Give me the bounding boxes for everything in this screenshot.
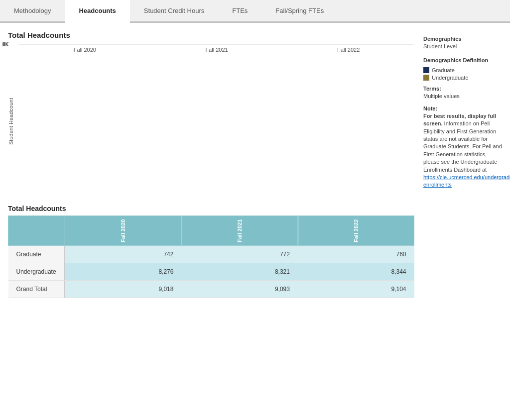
- table-cell: 9,104: [298, 281, 414, 298]
- demographics-section: Demographics Student Level: [423, 36, 504, 50]
- terms-label: Terms:: [423, 86, 441, 92]
- left-panel: Total Headcounts Student Headcount 8K7K6…: [8, 31, 414, 298]
- table-column-header: Fall 2021: [181, 216, 298, 246]
- y-axis-tick-label: 0K: [2, 42, 8, 47]
- x-axis-tick-label: Fall 2020: [19, 47, 151, 53]
- definition-label: Demographics Definition: [423, 57, 488, 63]
- legend-item-label: Undergraduate: [432, 75, 468, 81]
- note-section: Note: For best results, display full scr…: [423, 105, 504, 189]
- legend-item: Undergraduate: [423, 75, 504, 81]
- x-labels: Fall 2020Fall 2021Fall 2022: [19, 45, 414, 53]
- data-table: Fall 2020Fall 2021Fall 2022Graduate74277…: [8, 215, 414, 298]
- table-column-header: Fall 2020: [64, 216, 181, 246]
- legend-color-box: [423, 75, 429, 81]
- tab-methodology[interactable]: Methodology: [0, 0, 65, 21]
- demographics-label: Demographics: [423, 36, 461, 42]
- legend: Graduate Undergraduate: [423, 67, 504, 81]
- table-cell: 8,344: [298, 263, 414, 281]
- x-axis-tick-label: Fall 2021: [151, 47, 283, 53]
- x-axis-tick-label: Fall 2022: [282, 47, 414, 53]
- tab-student-credit-hours[interactable]: Student Credit Hours: [130, 0, 218, 21]
- chart-area: 8K7K6K5K4K3K2K1K0K: [19, 44, 414, 45]
- table-cell: 742: [64, 246, 181, 263]
- tab-ftes[interactable]: FTEs: [218, 0, 261, 21]
- table-cell: 8,321: [181, 263, 298, 281]
- legend-section: Demographics Definition Graduate Undergr…: [423, 57, 504, 81]
- y-axis-label: Student Headcount: [8, 44, 19, 199]
- table-title: Total Headcounts: [8, 205, 414, 212]
- table-header-empty: [8, 216, 65, 246]
- chart-title: Total Headcounts: [8, 31, 414, 39]
- student-level-label: Student Level: [423, 43, 504, 50]
- table-row: Graduate742772760: [8, 246, 414, 263]
- table-cell: 760: [298, 246, 414, 263]
- table-row-label: Undergraduate: [8, 263, 65, 281]
- tab-headcounts[interactable]: Headcounts: [65, 0, 129, 23]
- table-column-header: Fall 2022: [298, 216, 414, 246]
- legend-color-box: [423, 67, 429, 73]
- grid-line: [19, 44, 414, 45]
- chart-container: Student Headcount 8K7K6K5K4K3K2K1K0K Fal…: [8, 44, 414, 199]
- note-content: For best results, display full screen. I…: [423, 112, 504, 189]
- note-label: Note:: [423, 105, 437, 111]
- terms-value: Multiple values: [423, 93, 504, 100]
- table-row-label: Graduate: [8, 246, 65, 263]
- table-cell: 8,276: [64, 263, 181, 281]
- note-link[interactable]: https://cie.ucmerced.edu/undergraduate-e…: [423, 174, 510, 188]
- table-row: Grand Total9,0189,0939,104: [8, 281, 414, 298]
- right-panel: Demographics Student Level Demographics …: [414, 31, 504, 298]
- table-row-label: Grand Total: [8, 281, 65, 298]
- table-cell: 772: [181, 246, 298, 263]
- legend-item-label: Graduate: [432, 67, 455, 73]
- table-row: Undergraduate8,2768,3218,344: [8, 263, 414, 281]
- note-text: Information on Pell Eligibility and Firs…: [423, 120, 502, 172]
- tabs-bar: Methodology Headcounts Student Credit Ho…: [0, 0, 510, 23]
- tab-fall-spring-ftes[interactable]: Fall/Spring FTEs: [261, 0, 338, 21]
- table-cell: 9,093: [181, 281, 298, 298]
- terms-section: Terms: Multiple values: [423, 86, 504, 100]
- main-content: Total Headcounts Student Headcount 8K7K6…: [0, 23, 510, 306]
- table-cell: 9,018: [64, 281, 181, 298]
- table-section: Total Headcounts Fall 2020Fall 2021Fall …: [8, 205, 414, 298]
- legend-item: Graduate: [423, 67, 504, 73]
